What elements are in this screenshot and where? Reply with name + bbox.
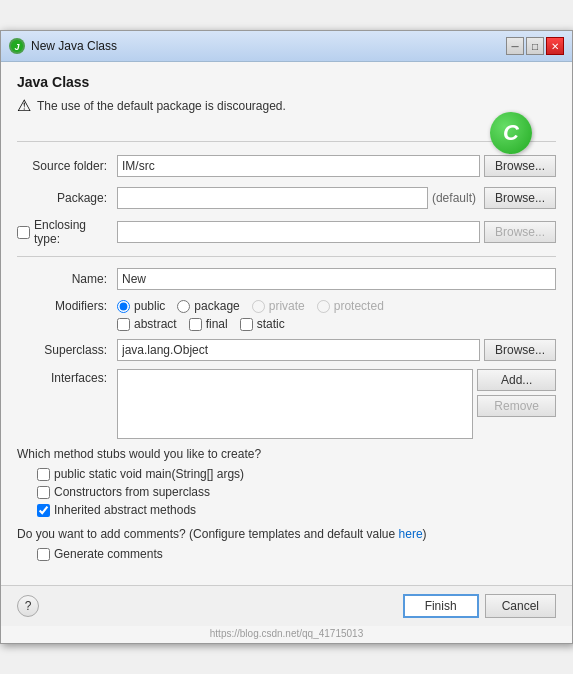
footer-left: ?: [17, 595, 39, 617]
modifier-public-radio[interactable]: [117, 300, 130, 313]
generate-comments-label[interactable]: Generate comments: [37, 547, 556, 561]
dialog-footer: ? Finish Cancel: [1, 585, 572, 626]
package-input[interactable]: [117, 187, 428, 209]
modifiers-row: Modifiers: public package private protec…: [17, 299, 556, 313]
logo-letter: C: [503, 120, 519, 146]
comments-here-link[interactable]: here: [399, 527, 423, 541]
interfaces-row: Interfaces: Add... Remove: [17, 369, 556, 439]
package-default-label: (default): [432, 191, 476, 205]
abstract-text: abstract: [134, 317, 177, 331]
stub-main-text: public static void main(String[] args): [54, 467, 244, 481]
stub-main-label[interactable]: public static void main(String[] args): [37, 467, 556, 481]
stub-main-checkbox[interactable]: [37, 468, 50, 481]
stubs-section: Which method stubs would you like to cre…: [17, 447, 556, 517]
modifier-protected-radio[interactable]: [317, 300, 330, 313]
modifier-private-text: private: [269, 299, 305, 313]
warning-text: The use of the default package is discou…: [37, 99, 286, 113]
add-interface-button[interactable]: Add...: [477, 369, 556, 391]
final-label[interactable]: final: [189, 317, 228, 331]
stubs-options: public static void main(String[] args) C…: [37, 467, 556, 517]
comments-option: Generate comments: [37, 547, 556, 561]
package-label: Package:: [17, 191, 117, 205]
modifier-public-text: public: [134, 299, 165, 313]
stubs-question: Which method stubs would you like to cre…: [17, 447, 556, 461]
dialog-window: J New Java Class ─ □ ✕ Java Class ⚠ The …: [0, 30, 573, 644]
window-title: New Java Class: [31, 39, 117, 53]
modifier-flags-group: abstract final static: [117, 317, 556, 331]
enclosing-type-left: Enclosing type:: [17, 218, 117, 246]
dialog-content: Java Class ⚠ The use of the default pack…: [1, 62, 572, 585]
title-buttons: ─ □ ✕: [506, 37, 564, 55]
source-folder-browse-button[interactable]: Browse...: [484, 155, 556, 177]
generate-comments-text: Generate comments: [54, 547, 163, 561]
interfaces-label: Interfaces:: [17, 369, 117, 385]
static-checkbox[interactable]: [240, 318, 253, 331]
enclosing-type-row: Enclosing type: Browse...: [17, 218, 556, 246]
logo-area: C: [490, 112, 532, 154]
enclosing-type-checkbox-label[interactable]: Enclosing type:: [17, 218, 107, 246]
final-checkbox[interactable]: [189, 318, 202, 331]
title-bar-left: J New Java Class: [9, 38, 117, 54]
stub-constructors-label[interactable]: Constructors from superclass: [37, 485, 556, 499]
source-folder-row: Source folder: Browse...: [17, 154, 556, 178]
watermark: https://blog.csdn.net/qq_41715013: [1, 626, 572, 643]
minimize-button[interactable]: ─: [506, 37, 524, 55]
modifiers-label: Modifiers:: [17, 299, 117, 313]
stub-constructors-checkbox[interactable]: [37, 486, 50, 499]
header-section: Java Class ⚠ The use of the default pack…: [17, 74, 556, 142]
modifier-protected-label[interactable]: protected: [317, 299, 384, 313]
modifier-protected-text: protected: [334, 299, 384, 313]
enclosing-type-checkbox[interactable]: [17, 226, 30, 239]
interfaces-list[interactable]: [117, 369, 473, 439]
generate-comments-checkbox[interactable]: [37, 548, 50, 561]
comments-suffix: ): [423, 527, 427, 541]
modifiers-radio-group: public package private protected: [117, 299, 384, 313]
modifier-public-label[interactable]: public: [117, 299, 165, 313]
enclosing-type-input[interactable]: [117, 221, 480, 243]
superclass-label: Superclass:: [17, 343, 117, 357]
stub-inherited-label[interactable]: Inherited abstract methods: [37, 503, 556, 517]
stub-inherited-text: Inherited abstract methods: [54, 503, 196, 517]
source-folder-input[interactable]: [117, 155, 480, 177]
interfaces-buttons: Add... Remove: [477, 369, 556, 417]
enclosing-type-browse-button: Browse...: [484, 221, 556, 243]
footer-right: Finish Cancel: [403, 594, 556, 618]
title-bar: J New Java Class ─ □ ✕: [1, 31, 572, 62]
warning-row: ⚠ The use of the default package is disc…: [17, 96, 556, 115]
finish-button[interactable]: Finish: [403, 594, 479, 618]
superclass-browse-button[interactable]: Browse...: [484, 339, 556, 361]
static-label[interactable]: static: [240, 317, 285, 331]
modifier-package-radio[interactable]: [177, 300, 190, 313]
cancel-button[interactable]: Cancel: [485, 594, 556, 618]
separator1: [17, 256, 556, 257]
comments-section: Do you want to add comments? (Configure …: [17, 527, 556, 561]
modifier-package-text: package: [194, 299, 239, 313]
maximize-button[interactable]: □: [526, 37, 544, 55]
modifier-private-radio[interactable]: [252, 300, 265, 313]
package-browse-button[interactable]: Browse...: [484, 187, 556, 209]
modifier-private-label[interactable]: private: [252, 299, 305, 313]
superclass-input[interactable]: [117, 339, 480, 361]
abstract-label[interactable]: abstract: [117, 317, 177, 331]
comments-question: Do you want to add comments? (Configure …: [17, 527, 556, 541]
warning-icon: ⚠: [17, 96, 31, 115]
static-text: static: [257, 317, 285, 331]
help-button[interactable]: ?: [17, 595, 39, 617]
stub-inherited-checkbox[interactable]: [37, 504, 50, 517]
remove-interface-button: Remove: [477, 395, 556, 417]
package-row: Package: (default) Browse...: [17, 186, 556, 210]
final-text: final: [206, 317, 228, 331]
name-input[interactable]: [117, 268, 556, 290]
logo-icon: C: [490, 112, 532, 154]
superclass-row: Superclass: Browse...: [17, 339, 556, 361]
modifier-package-label[interactable]: package: [177, 299, 239, 313]
abstract-checkbox[interactable]: [117, 318, 130, 331]
window-icon: J: [9, 38, 25, 54]
close-button[interactable]: ✕: [546, 37, 564, 55]
source-folder-label: Source folder:: [17, 159, 117, 173]
enclosing-type-label: Enclosing type:: [34, 218, 107, 246]
name-row: Name:: [17, 267, 556, 291]
stub-constructors-text: Constructors from superclass: [54, 485, 210, 499]
section-title: Java Class: [17, 74, 556, 90]
comments-prefix: Do you want to add comments? (Configure …: [17, 527, 399, 541]
